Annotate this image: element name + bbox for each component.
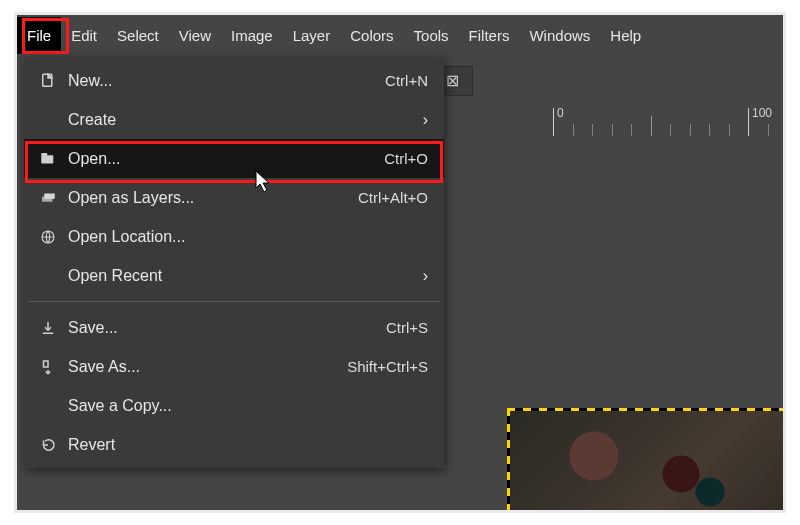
ruler-tick-label: 100	[752, 106, 772, 120]
menu-item-shortcut: Ctrl+Alt+O	[358, 189, 428, 206]
revert-icon	[34, 436, 62, 454]
menu-item-open-as-layers[interactable]: Open as Layers... Ctrl+Alt+O	[24, 178, 444, 217]
close-icon: ⊠	[446, 71, 459, 90]
menu-item-shortcut: Shift+Ctrl+S	[347, 358, 428, 375]
menubar: File Edit Select View Image Layer Colors…	[17, 15, 783, 55]
menu-item-save[interactable]: Save... Ctrl+S	[24, 308, 444, 347]
menu-windows[interactable]: Windows	[519, 17, 600, 54]
file-new-icon	[34, 72, 62, 90]
file-menu-dropdown: New... Ctrl+N Create › Open... Ctrl+O Op…	[24, 57, 444, 468]
menu-image[interactable]: Image	[221, 17, 283, 54]
menu-filters[interactable]: Filters	[459, 17, 520, 54]
menu-item-label: Open Location...	[68, 228, 185, 246]
menu-item-shortcut: Ctrl+S	[386, 319, 428, 336]
menu-item-save-copy[interactable]: Save a Copy...	[24, 386, 444, 425]
menu-item-label: Open...	[68, 150, 120, 168]
menu-item-label: Save...	[68, 319, 118, 337]
submenu-arrow-icon: ›	[410, 267, 428, 285]
menu-item-shortcut: Ctrl+N	[385, 72, 428, 89]
menu-select[interactable]: Select	[107, 17, 169, 54]
menu-file[interactable]: File	[17, 17, 61, 54]
menu-item-shortcut: Ctrl+O	[384, 150, 428, 167]
menu-view[interactable]: View	[169, 17, 221, 54]
menu-item-open-location[interactable]: Open Location...	[24, 217, 444, 256]
svg-rect-1	[41, 155, 53, 163]
canvas-area[interactable]	[472, 136, 783, 510]
menu-item-open-recent[interactable]: Open Recent ›	[24, 256, 444, 295]
menu-item-label: Revert	[68, 436, 115, 454]
menu-item-create[interactable]: Create ›	[24, 100, 444, 139]
menu-item-save-as[interactable]: Save As... Shift+Ctrl+S	[24, 347, 444, 386]
save-icon	[34, 319, 62, 337]
menu-item-label: Open Recent	[68, 267, 162, 285]
app-window: File Edit Select View Image Layer Colors…	[14, 12, 786, 513]
svg-rect-6	[44, 361, 49, 367]
ruler-tick-label: 0	[557, 106, 564, 120]
submenu-arrow-icon: ›	[410, 111, 428, 129]
menu-help[interactable]: Help	[600, 17, 651, 54]
menu-item-revert[interactable]: Revert	[24, 425, 444, 464]
canvas-image	[507, 408, 786, 513]
menu-item-label: Create	[68, 111, 116, 129]
menu-item-label: Save a Copy...	[68, 397, 172, 415]
menu-item-label: Open as Layers...	[68, 189, 194, 207]
svg-rect-2	[41, 153, 47, 156]
globe-icon	[34, 228, 62, 246]
layers-icon	[34, 189, 62, 207]
save-as-icon	[34, 358, 62, 376]
horizontal-ruler: 0 100	[472, 108, 783, 136]
folder-open-icon	[34, 150, 62, 168]
menu-item-label: Save As...	[68, 358, 140, 376]
menu-edit[interactable]: Edit	[61, 17, 107, 54]
menu-item-open[interactable]: Open... Ctrl+O	[24, 139, 444, 178]
menu-colors[interactable]: Colors	[340, 17, 403, 54]
menu-item-label: New...	[68, 72, 112, 90]
menu-layer[interactable]: Layer	[283, 17, 341, 54]
menu-tools[interactable]: Tools	[404, 17, 459, 54]
menu-separator	[28, 301, 440, 302]
svg-rect-4	[44, 193, 55, 198]
menu-item-new[interactable]: New... Ctrl+N	[24, 61, 444, 100]
